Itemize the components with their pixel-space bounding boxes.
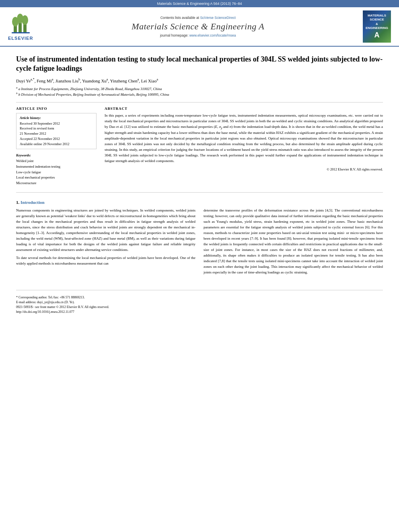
keyword-welded-joint: Welded joint <box>16 158 97 164</box>
mse-logo-line4: ENGINEERING <box>366 26 388 30</box>
keyword-local-mech: Local mechanical properties <box>16 175 97 181</box>
mse-logo-line2: SCIENCE <box>370 18 384 22</box>
introduction-body: Numerous components in engineering struc… <box>16 208 383 277</box>
introduction-title: 1. Introduction <box>16 200 383 205</box>
introduction-word: Introduction <box>21 200 45 205</box>
main-content: Use of instrumented indentation testing … <box>0 47 399 322</box>
received-revised-date: 21 November 2012 <box>20 131 93 136</box>
footer-section: * Corresponding author. Tel./fax: +86 57… <box>16 290 383 314</box>
introduction-section: 1. Introduction Numerous components in e… <box>16 200 383 277</box>
received-revised-label: Received in revised form <box>20 126 93 131</box>
keywords-label: Keywords: <box>16 153 97 157</box>
homepage-link[interactable]: www.elsevier.com/locate/msea <box>189 33 236 37</box>
accepted-date: Accepted 22 November 2012 <box>20 136 93 142</box>
article-history-box: Article history: Received 30 September 2… <box>16 113 97 150</box>
article-info-abstract-section: ARTICLE INFO Article history: Received 3… <box>16 107 383 186</box>
affiliations: a a Institute for Process Equipments, Zh… <box>16 86 383 97</box>
received-date: Received 30 September 2012 <box>20 121 93 126</box>
footer-issn: 0921-5093/$ - see front matter © 2012 El… <box>16 305 383 314</box>
contents-available-line: Contents lists available at SciVerse Sci… <box>33 16 363 20</box>
article-info-heading: ARTICLE INFO <box>16 107 97 111</box>
header-divider <box>16 102 383 103</box>
article-info-col: ARTICLE INFO Article history: Received 3… <box>16 107 97 186</box>
mse-journal-logo: MATERIALS SCIENCE & ENGINEERING A <box>363 10 391 43</box>
article-history-label: Article history: <box>20 116 93 120</box>
keyword-microstructure: Microstructure <box>16 181 97 186</box>
section-divider <box>16 192 383 193</box>
corresponding-note: * Corresponding author. Tel./fax: +86 57… <box>16 295 383 305</box>
mse-logo-letter: A <box>374 31 380 39</box>
copyright-line: © 2012 Elsevier B.V. All rights reserved… <box>105 167 383 171</box>
keywords-section: Keywords: Welded joint Instrumented inde… <box>16 153 97 186</box>
intro-para-1: Numerous components in engineering struc… <box>16 208 195 266</box>
svg-rect-1 <box>19 22 22 33</box>
journal-homepage-line: journal homepage: www.elsevier.com/locat… <box>33 33 363 37</box>
authors-line: Duyi Yea,*, Feng Mia, Jianzhou Liub, Yua… <box>16 78 383 83</box>
mse-logo-line1: MATERIALS <box>368 14 386 18</box>
paper-title: Use of instrumented indentation testing … <box>16 55 383 74</box>
affil-b: b Division of Mechanical Properties, Bei… <box>19 92 169 97</box>
mse-logo-line3: & <box>376 22 378 26</box>
svg-rect-6 <box>12 32 30 33</box>
intro-left-col: Numerous components in engineering struc… <box>16 208 195 277</box>
elsevier-wordmark: ELSEVIER <box>8 36 33 41</box>
elsevier-logo: ELSEVIER <box>8 13 33 41</box>
elsevier-tree-icon <box>10 13 32 35</box>
abstract-col: ABSTRACT In this paper, a series of expe… <box>105 107 383 186</box>
sciverse-link[interactable]: SciVerse ScienceDirect <box>200 16 235 20</box>
top-bar: Materials Science & Engineering A 564 (2… <box>0 0 399 7</box>
keyword-low-cycle: Low-cycle fatigue <box>16 170 97 175</box>
abstract-heading: ABSTRACT <box>105 107 383 111</box>
abstract-text: In this paper, a series of experiments i… <box>105 113 383 164</box>
section-number: 1. <box>16 200 21 205</box>
intro-right-col: determine the transverse profiles of the… <box>204 208 383 277</box>
keyword-indentation: Instrumented indentation testing <box>16 164 97 170</box>
intro-para-2: determine the transverse profiles of the… <box>204 208 383 275</box>
affil-a: a Institute for Process Equipments, Zhej… <box>19 87 162 91</box>
journal-header: ELSEVIER Contents lists available at Sci… <box>0 7 399 47</box>
available-date: Available online 29 November 2012 <box>20 142 93 147</box>
journal-citation: Materials Science & Engineering A 564 (2… <box>157 2 242 6</box>
journal-title: Materials Science & Engineering A <box>33 21 363 32</box>
svg-point-5 <box>22 15 28 25</box>
journal-center-info: Contents lists available at SciVerse Sci… <box>33 16 363 37</box>
